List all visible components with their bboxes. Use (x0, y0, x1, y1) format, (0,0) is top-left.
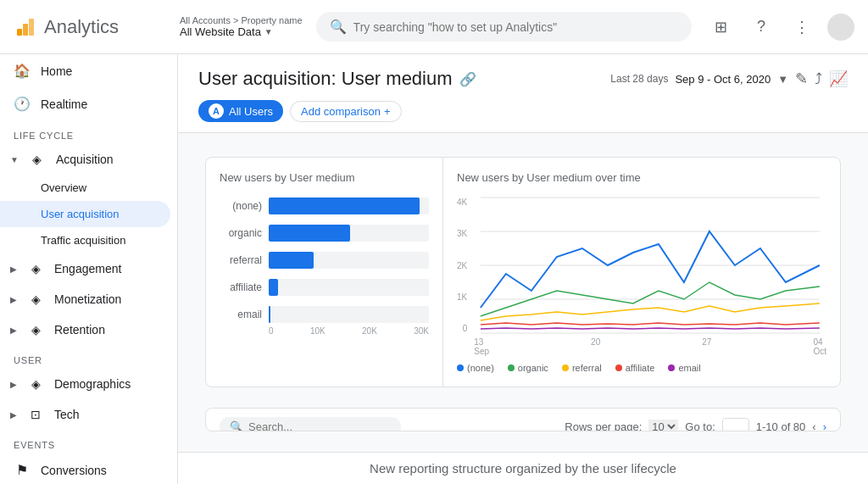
y-4k: 4K (457, 197, 467, 207)
line-chart-body: 4K 3K 2K 1K 0 (457, 197, 826, 356)
more-icon-button[interactable]: ⋮ (787, 12, 817, 42)
realtime-icon: 🕐 (14, 96, 31, 112)
svg-rect-1 (23, 24, 28, 36)
search-input[interactable] (353, 20, 678, 34)
sidebar-item-realtime[interactable]: 🕐 Realtime (0, 87, 170, 120)
sidebar-realtime-label: Realtime (41, 97, 87, 111)
axis-10k: 10K (310, 326, 326, 336)
expand-icon-acquisition: ▼ (10, 155, 19, 164)
all-users-chip[interactable]: A All Users (198, 100, 283, 122)
property-name: All Website Data (180, 25, 261, 38)
charts-area: New users by User medium (none) organic (205, 157, 841, 387)
bar-label-email: email (220, 309, 262, 320)
sidebar-item-retention[interactable]: ▶ ◈ Retention (0, 314, 170, 345)
date-label: Last 28 days (610, 73, 668, 85)
sidebar-sub-user-acquisition[interactable]: User acquisition (0, 201, 170, 227)
bar-chart: (none) organic (220, 197, 429, 323)
date-value: Sep 9 - Oct 6, 2020 (675, 73, 771, 86)
logo-area: Analytics (14, 15, 166, 39)
bar-axis: 0 10K 20K 30K (220, 326, 429, 336)
legend-label-referral: referral (572, 363, 602, 373)
table-area: 🔍 Rows per page: 10 25 50 Go to: 1 (205, 408, 841, 431)
bar-chart-container: New users by User medium (none) organic (206, 158, 443, 387)
next-page-button[interactable]: › (823, 420, 826, 431)
sidebar-item-monetization[interactable]: ▶ ◈ Monetization (0, 284, 170, 314)
retention-label: Retention (54, 323, 105, 337)
events-section-label: EVENTS (0, 430, 177, 453)
tech-label: Tech (54, 408, 80, 421)
edit-icon-button[interactable]: ✎ (795, 70, 808, 88)
chip-label: All Users (229, 105, 273, 118)
home-icon: 🏠 (14, 63, 31, 79)
search-bar[interactable]: 🔍 (316, 12, 692, 42)
rows-per-page-select[interactable]: 10 25 50 (648, 420, 678, 431)
comparison-row: A All Users Add comparison + (198, 100, 848, 132)
bar-chart-title: New users by User medium (220, 171, 429, 184)
app-container: Analytics All Accounts > Property name A… (0, 0, 868, 484)
grid-icon-button[interactable]: ⊞ (705, 12, 736, 42)
user-avatar[interactable] (827, 14, 854, 41)
table-search-input[interactable] (248, 420, 391, 431)
sidebar-sub-traffic-acquisition[interactable]: Traffic acquisition (0, 227, 177, 253)
bar-row-organic: organic (220, 225, 429, 242)
legend-label-none: (none) (467, 363, 494, 373)
sidebar-item-acquisition[interactable]: ▼ ◈ Acquisition (0, 144, 170, 175)
svg-rect-2 (29, 19, 34, 36)
bar-row-email: email (220, 306, 429, 323)
chart-legend: (none) organic referral (457, 363, 826, 373)
account-selector[interactable]: All Accounts > Property name All Website… (180, 15, 303, 38)
date-range[interactable]: Last 28 days Sep 9 - Oct 6, 2020 ▼ ✎ ⤴ 📈 (610, 70, 848, 88)
share-icon-button[interactable]: ⤴ (815, 70, 822, 88)
retention-icon: ◈ (27, 323, 44, 337)
x-label-sep20: 20 (591, 337, 600, 356)
legend-dot-email (668, 364, 675, 371)
add-comparison-button[interactable]: Add comparison + (290, 101, 402, 122)
bar-label-referral: referral (220, 254, 262, 266)
sidebar-item-home[interactable]: 🏠 Home (0, 54, 170, 87)
axis-20k: 20K (362, 326, 377, 336)
main-content: User acquisition: User medium 🔗 Last 28 … (178, 54, 868, 484)
sidebar-sub-overview[interactable]: Overview (0, 175, 177, 201)
chip-letter: A (209, 103, 224, 119)
sidebar-item-tech[interactable]: ▶ ⊡ Tech (0, 399, 170, 430)
link-icon[interactable]: 🔗 (459, 71, 476, 87)
go-to-label: Go to: (685, 420, 715, 431)
x-label-oct04: 04Oct (813, 337, 826, 356)
help-icon-button[interactable]: ? (746, 12, 776, 42)
demographics-label: Demographics (54, 377, 131, 391)
conversions-icon: ⚑ (14, 462, 31, 478)
go-to-input[interactable]: 1 (722, 418, 749, 431)
sidebar-item-conversions[interactable]: ⚑ Conversions (0, 453, 170, 484)
user-section-label: USER (0, 345, 177, 369)
legend-none: (none) (457, 363, 494, 373)
page-title-text: User acquisition: User medium (198, 68, 453, 90)
table-search[interactable]: 🔍 (220, 417, 401, 431)
bar-bg-email (269, 306, 429, 323)
legend-referral: referral (562, 363, 602, 373)
add-comparison-label: Add comparison (301, 105, 381, 118)
top-bar: Analytics All Accounts > Property name A… (0, 0, 868, 54)
acquisition-icon: ◈ (29, 153, 46, 166)
sidebar-item-demographics[interactable]: ▶ ◈ Demographics (0, 369, 170, 399)
x-axis: 13Sep 20 27 04Oct (474, 337, 826, 356)
y-3k: 3K (457, 229, 467, 238)
property-selector[interactable]: All Website Data ▼ (180, 25, 303, 38)
legend-organic: organic (508, 363, 548, 373)
chart-icon-button[interactable]: 📈 (829, 70, 848, 88)
legend-dot-none (457, 364, 464, 371)
monetization-icon: ◈ (27, 292, 44, 306)
prev-page-button[interactable]: ‹ (812, 420, 815, 431)
search-icon-table: 🔍 (230, 420, 243, 431)
x-label-sep13: 13Sep (474, 337, 489, 356)
bar-row-affiliate: affiliate (220, 279, 429, 296)
bar-row-referral: referral (220, 252, 429, 269)
sidebar: 🏠 Home 🕐 Realtime LIFE CYCLE ▼ ◈ Acquisi… (0, 54, 178, 484)
legend-email: email (668, 363, 700, 373)
conversions-label: Conversions (41, 464, 107, 477)
sidebar-item-engagement[interactable]: ▶ ◈ Engagement (0, 253, 170, 284)
engagement-icon: ◈ (27, 262, 44, 275)
expand-icon-retention: ▶ (10, 325, 17, 335)
search-icon: 🔍 (330, 19, 347, 35)
date-dropdown-icon[interactable]: ▼ (777, 73, 788, 86)
axis-30k: 30K (414, 326, 429, 336)
